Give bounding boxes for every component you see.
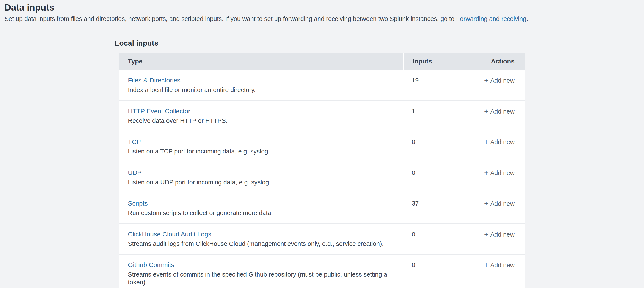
- input-type-description: Streams events of commits in the specifi…: [128, 270, 403, 286]
- input-type-link-scripts[interactable]: Scripts: [128, 199, 148, 207]
- subtitle-period: .: [526, 15, 528, 22]
- input-type-description: Index a local file or monitor an entire …: [128, 86, 403, 94]
- add-new-button[interactable]: +Add new: [484, 169, 514, 177]
- input-type-description: Run custom scripts to collect or generat…: [128, 209, 403, 217]
- actions-cell: +Add new: [454, 224, 524, 254]
- table-row-udp: UDP Listen on a UDP port for incoming da…: [119, 162, 524, 193]
- page-header: Data inputs Set up data inputs from file…: [0, 0, 644, 31]
- input-type-link-clickhouse-cloud-audit-logs[interactable]: ClickHouse Cloud Audit Logs: [128, 230, 211, 238]
- input-type-description: Listen on a UDP port for incoming data, …: [128, 178, 403, 186]
- table-row-files-directories: Files & Directories Index a local file o…: [119, 70, 524, 101]
- actions-cell: +Add new: [454, 70, 524, 100]
- input-type-link-udp[interactable]: UDP: [128, 169, 142, 177]
- table-row-github-commits: Github Commits Streams events of commits…: [119, 254, 524, 285]
- input-type-link-http-event-collector[interactable]: HTTP Event Collector: [128, 107, 190, 115]
- input-type-description: Streams audit logs from ClickHouse Cloud…: [128, 240, 403, 248]
- add-new-button[interactable]: +Add new: [484, 261, 514, 269]
- actions-cell: +Add new: [454, 162, 524, 193]
- table-row-clickhouse-cloud-audit-logs: ClickHouse Cloud Audit Logs Streams audi…: [119, 224, 524, 255]
- add-new-label: Add new: [490, 108, 514, 115]
- inputs-count: 1: [403, 101, 454, 131]
- type-cell: HTTP Event Collector Receive data over H…: [119, 101, 403, 131]
- add-new-label: Add new: [490, 200, 514, 207]
- inputs-count: 0: [403, 131, 454, 162]
- subtitle-text: Set up data inputs from files and direct…: [4, 15, 456, 22]
- add-new-label: Add new: [490, 169, 514, 176]
- type-cell: Scripts Run custom scripts to collect or…: [119, 193, 403, 223]
- input-type-description: Listen on a TCP port for incoming data, …: [128, 147, 403, 155]
- plus-icon: +: [484, 230, 488, 238]
- plus-icon: +: [484, 138, 488, 146]
- inputs-count: 19: [403, 70, 454, 100]
- type-cell: ClickHouse Cloud Audit Logs Streams audi…: [119, 224, 403, 254]
- add-new-button[interactable]: +Add new: [484, 230, 514, 238]
- input-type-link-github-commits[interactable]: Github Commits: [128, 261, 174, 269]
- plus-icon: +: [484, 261, 488, 269]
- type-cell: Github Commits Streams events of commits…: [119, 254, 403, 286]
- table-row-tcp: TCP Listen on a TCP port for incoming da…: [119, 131, 524, 162]
- add-new-label: Add new: [490, 231, 514, 238]
- column-header-actions: Actions: [454, 53, 524, 70]
- input-type-link-files-directories[interactable]: Files & Directories: [128, 76, 180, 84]
- plus-icon: +: [484, 76, 488, 84]
- actions-cell: +Add new: [454, 193, 524, 223]
- table-row-http-event-collector: HTTP Event Collector Receive data over H…: [119, 101, 524, 132]
- section-title-local-inputs: Local inputs: [115, 39, 158, 47]
- data-inputs-page: Data inputs Set up data inputs from file…: [0, 0, 644, 288]
- type-cell: Files & Directories Index a local file o…: [119, 70, 403, 100]
- inputs-count: 0: [403, 224, 454, 254]
- plus-icon: +: [484, 107, 488, 115]
- type-cell: UDP Listen on a UDP port for incoming da…: [119, 162, 403, 193]
- column-header-type: Type: [119, 53, 403, 70]
- add-new-button[interactable]: +Add new: [484, 107, 514, 115]
- add-new-button[interactable]: +Add new: [484, 76, 514, 84]
- plus-icon: +: [484, 169, 488, 177]
- table-header-row: Type Inputs Actions: [119, 53, 524, 70]
- forwarding-and-receiving-link[interactable]: Forwarding and receiving: [456, 15, 526, 22]
- column-header-inputs: Inputs: [403, 53, 454, 70]
- table-row-scripts: Scripts Run custom scripts to collect or…: [119, 193, 524, 224]
- page-title: Data inputs: [4, 2, 644, 13]
- add-new-label: Add new: [490, 77, 514, 84]
- add-new-label: Add new: [490, 139, 514, 146]
- actions-cell: +Add new: [454, 101, 524, 131]
- input-type-description: Receive data over HTTP or HTTPS.: [128, 117, 403, 125]
- actions-cell: +Add new: [454, 131, 524, 162]
- add-new-label: Add new: [490, 262, 514, 268]
- input-type-link-tcp[interactable]: TCP: [128, 138, 141, 146]
- inputs-count: 0: [403, 162, 454, 193]
- plus-icon: +: [484, 199, 488, 207]
- local-inputs-table: Type Inputs Actions Files & Directories …: [119, 53, 524, 288]
- add-new-button[interactable]: +Add new: [484, 138, 514, 146]
- inputs-count: 37: [403, 193, 454, 223]
- actions-cell: +Add new: [454, 254, 524, 286]
- inputs-count: 0: [403, 254, 454, 286]
- type-cell: TCP Listen on a TCP port for incoming da…: [119, 131, 403, 162]
- add-new-button[interactable]: +Add new: [484, 199, 514, 207]
- page-subtitle: Set up data inputs from files and direct…: [4, 15, 644, 23]
